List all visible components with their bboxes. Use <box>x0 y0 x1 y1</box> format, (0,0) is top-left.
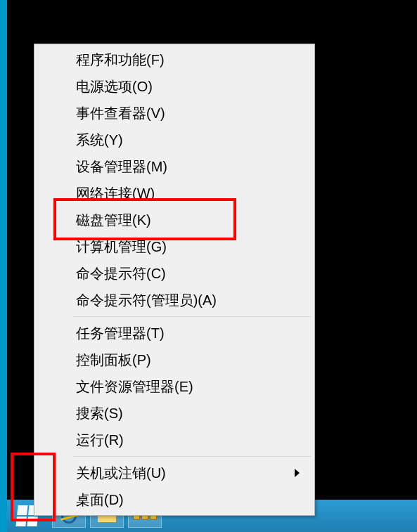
menu-item-shutdown-signout[interactable]: 关机或注销(U) <box>37 460 312 486</box>
menu-item-file-explorer[interactable]: 文件资源管理器(E) <box>37 373 312 400</box>
menu-separator <box>73 316 312 317</box>
menu-item-computer-management[interactable]: 计算机管理(G) <box>37 233 312 260</box>
submenu-arrow-icon <box>295 469 300 477</box>
menu-item-programs-features[interactable]: 程序和功能(F) <box>37 46 312 73</box>
menu-item-event-viewer[interactable]: 事件查看器(V) <box>37 100 312 126</box>
menu-item-label: 设备管理器(M) <box>76 157 167 176</box>
menu-item-command-prompt[interactable]: 命令提示符(C) <box>37 260 312 287</box>
menu-item-label: 命令提示符(管理员)(A) <box>76 291 217 310</box>
menu-item-disk-management[interactable]: 磁盘管理(K) <box>37 207 312 233</box>
menu-item-network-connections[interactable]: 网络连接(W) <box>37 180 312 207</box>
menu-item-label: 控制面板(P) <box>76 351 151 370</box>
menu-item-system[interactable]: 系统(Y) <box>37 126 312 153</box>
menu-item-label: 关机或注销(U) <box>76 464 166 483</box>
menu-item-run[interactable]: 运行(R) <box>37 427 312 453</box>
winx-context-menu: 程序和功能(F)电源选项(O)事件查看器(V)系统(Y)设备管理器(M)网络连接… <box>34 44 315 516</box>
menu-item-desktop[interactable]: 桌面(D) <box>37 486 312 513</box>
menu-item-label: 任务管理器(T) <box>76 324 165 343</box>
menu-item-label: 系统(Y) <box>76 131 123 150</box>
menu-item-label: 网络连接(W) <box>76 184 155 203</box>
menu-item-label: 命令提示符(C) <box>76 264 166 283</box>
menu-item-label: 文件资源管理器(E) <box>76 377 193 396</box>
menu-item-label: 磁盘管理(K) <box>76 211 151 230</box>
menu-item-control-panel[interactable]: 控制面板(P) <box>37 346 312 373</box>
menu-item-label: 程序和功能(F) <box>76 51 165 70</box>
menu-separator <box>73 456 312 457</box>
menu-item-power-options[interactable]: 电源选项(O) <box>37 73 312 100</box>
menu-item-label: 事件查看器(V) <box>76 104 165 123</box>
menu-item-command-prompt-admin[interactable]: 命令提示符(管理员)(A) <box>37 287 312 313</box>
menu-item-search[interactable]: 搜索(S) <box>37 400 312 427</box>
menu-item-label: 电源选项(O) <box>76 77 153 96</box>
menu-item-label: 搜索(S) <box>76 404 123 423</box>
menu-item-label: 桌面(D) <box>76 491 124 510</box>
menu-item-device-manager[interactable]: 设备管理器(M) <box>37 153 312 180</box>
menu-item-label: 运行(R) <box>76 431 124 450</box>
desktop-viewport: 程序和功能(F)电源选项(O)事件查看器(V)系统(Y)设备管理器(M)网络连接… <box>0 0 417 532</box>
menu-item-task-manager[interactable]: 任务管理器(T) <box>37 320 312 346</box>
menu-item-label: 计算机管理(G) <box>76 238 167 257</box>
